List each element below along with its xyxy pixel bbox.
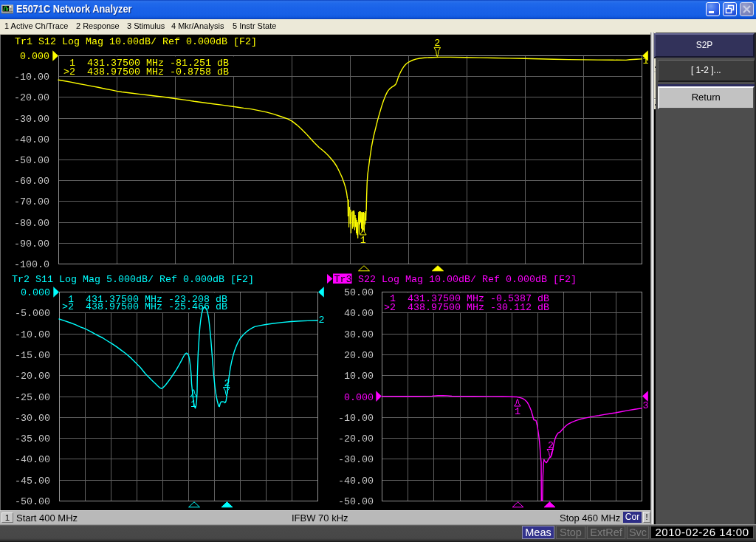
svg-text:-50.00: -50.00: [338, 496, 374, 507]
svg-text:-20.00: -20.00: [15, 371, 50, 382]
svg-text:1: 1: [643, 55, 649, 66]
svg-text:Tr2 S11 Log Mag 5.000dB/ Ref 0: Tr2 S11 Log Mag 5.000dB/ Ref 0.000dB [F2…: [12, 274, 254, 285]
svg-text:40.00: 40.00: [344, 308, 374, 319]
svg-text:-50.00: -50.00: [14, 155, 49, 166]
svg-text:-30.00: -30.00: [338, 454, 374, 465]
svg-text:-40.00: -40.00: [15, 454, 50, 465]
svg-text:Tr1 S12 Log Mag 10.00dB/ Ref 0: Tr1 S12 Log Mag 10.00dB/ Ref 0.000dB [F2…: [15, 36, 257, 47]
svg-text:0.000: 0.000: [20, 51, 49, 62]
svg-text:10.00: 10.00: [344, 371, 374, 382]
svg-text:-70.00: -70.00: [14, 196, 49, 207]
svg-text:-20.00: -20.00: [338, 433, 374, 445]
svg-text:-20.00: -20.00: [14, 92, 49, 103]
svg-text:-10.00: -10.00: [14, 72, 49, 83]
svg-text:50.00: 50.00: [344, 287, 374, 298]
svg-text:-10.00: -10.00: [338, 413, 374, 424]
svg-text:-50.00: -50.00: [15, 496, 50, 507]
svg-text:-90.00: -90.00: [14, 239, 49, 250]
svg-text:>2 438.97500 MHz -30.112 dB: >2 438.97500 MHz -30.112 dB: [384, 302, 549, 313]
svg-text:1: 1: [190, 399, 196, 410]
svg-text:-15.00: -15.00: [15, 350, 50, 361]
svg-text:S22 Log Mag 10.00dB/ Ref 0.000: S22 Log Mag 10.00dB/ Ref 0.000dB [F2]: [352, 274, 577, 285]
svg-text:-30.00: -30.00: [14, 114, 49, 125]
svg-text:2: 2: [434, 38, 440, 49]
svg-text:Tr3: Tr3: [334, 274, 352, 285]
svg-text:3: 3: [643, 400, 649, 411]
svg-text:20.00: 20.00: [344, 350, 374, 361]
svg-text:-25.00: -25.00: [15, 392, 50, 403]
svg-text:-40.00: -40.00: [14, 134, 49, 145]
svg-text:-100.0: -100.0: [14, 259, 49, 270]
svg-text:2: 2: [319, 315, 325, 326]
svg-text:-80.00: -80.00: [14, 218, 49, 229]
svg-text:-60.00: -60.00: [14, 176, 49, 187]
svg-text:-30.00: -30.00: [15, 413, 50, 424]
svg-text:0.000: 0.000: [21, 287, 50, 298]
svg-text:30.00: 30.00: [344, 329, 374, 340]
svg-text:1: 1: [360, 235, 366, 246]
svg-text:-35.00: -35.00: [15, 433, 50, 445]
svg-text:-10.00: -10.00: [15, 329, 50, 340]
svg-text:0.000: 0.000: [344, 392, 374, 403]
svg-text:-5.000: -5.000: [15, 308, 50, 319]
svg-text:1: 1: [515, 406, 520, 417]
svg-text:-40.00: -40.00: [338, 476, 374, 487]
svg-text:>2 438.97500 MHz -0.8758 dB: >2 438.97500 MHz -0.8758 dB: [63, 66, 229, 78]
svg-text:-45.00: -45.00: [15, 476, 50, 487]
